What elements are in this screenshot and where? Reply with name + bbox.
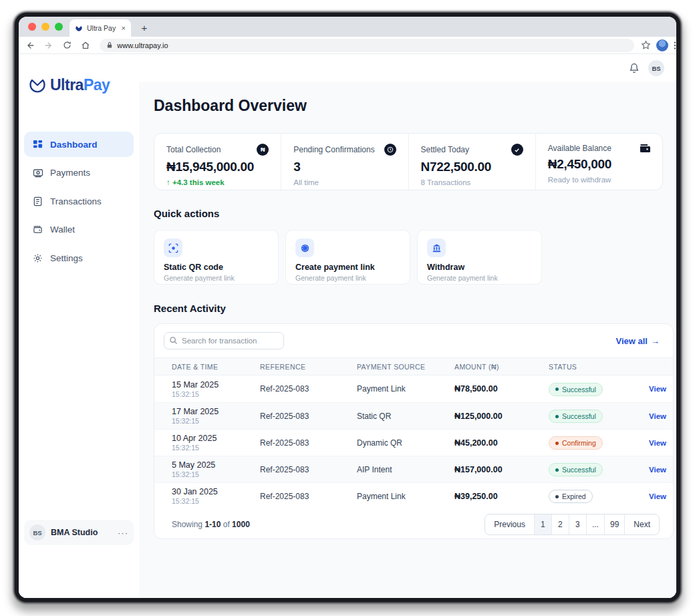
sidebar-item-wallet[interactable]: Wallet <box>24 217 134 243</box>
pagination-previous-button[interactable]: Previous <box>485 514 534 534</box>
table-header-row: DATE & TIME REFERENCE PAYMENT SOURCE AMO… <box>154 357 673 375</box>
tab-close-icon[interactable]: × <box>122 24 126 32</box>
cell-amount: ₦39,250.00 <box>454 492 549 501</box>
back-icon[interactable] <box>23 38 37 53</box>
cell-amount: ₦157,000.00 <box>454 465 549 474</box>
cell-source: Dynamic QR <box>357 438 454 448</box>
globe-link-icon <box>295 239 314 257</box>
browser-profile-avatar[interactable] <box>656 39 668 51</box>
workspace-avatar: BS <box>29 524 45 541</box>
brand-name: UltraPay <box>50 76 110 94</box>
col-header-source: PAYMENT SOURCE <box>357 363 454 371</box>
stat-sub: Ready to withdraw <box>548 176 650 184</box>
minimize-window-button[interactable] <box>41 23 49 31</box>
forward-icon[interactable] <box>41 38 56 53</box>
new-tab-button[interactable]: + <box>138 21 151 35</box>
stat-value: 3 <box>293 160 396 174</box>
table-footer: Showing 1-10 of 1000 Previous 1 2 3 ... … <box>154 509 673 539</box>
status-badge: Successful <box>549 463 603 476</box>
cell-reference: Ref-2025-083 <box>260 465 357 474</box>
cell-date: 17 Mar 2025 15:32:15 <box>172 407 260 425</box>
pagination-ellipsis[interactable]: ... <box>586 514 604 534</box>
browser-toolbar: www.ultrapay.io <box>19 37 676 54</box>
url-bar[interactable]: www.ultrapay.io <box>100 39 634 52</box>
tab-title: Ultra Pay <box>87 24 118 32</box>
view-all-link[interactable]: View all → <box>616 336 660 346</box>
pagination-next-button[interactable]: Next <box>624 514 659 534</box>
recent-activity-title: Recent Activity <box>154 303 226 314</box>
quick-action-static-qr[interactable]: Static QR code Generate payment link <box>154 230 279 285</box>
sidebar-item-label: Payments <box>50 168 90 178</box>
stat-value: N722,500.00 <box>421 160 523 174</box>
status-badge: Expired <box>549 490 593 503</box>
clock-circle-icon <box>384 144 396 156</box>
stat-settled-today: Settled Today N722,500.00 8 Transactions <box>408 134 535 190</box>
pagination: Previous 1 2 3 ... 99 Next <box>484 514 660 535</box>
cell-source: Payment Link <box>357 492 454 501</box>
home-icon[interactable] <box>78 38 93 53</box>
cell-date: 10 Apr 2025 15:32:15 <box>172 434 260 452</box>
stat-available-balance: Available Balance ₦2,450,000 Ready to wi… <box>535 134 662 190</box>
window-controls[interactable] <box>28 23 63 31</box>
browser-menu-icon[interactable] <box>674 41 676 50</box>
browser-tab[interactable]: Ultra Pay × <box>70 19 131 37</box>
cell-reference: Ref-2025-083 <box>260 384 357 394</box>
maximize-window-button[interactable] <box>55 23 63 31</box>
view-link[interactable]: View <box>649 385 674 393</box>
quick-action-subtitle: Generate payment link <box>427 274 532 282</box>
stat-sub: All time <box>293 178 396 186</box>
sidebar-item-label: Transactions <box>50 196 102 206</box>
quick-action-subtitle: Generate payment link <box>164 274 269 282</box>
sidebar: UltraPay Dashboard Payments <box>19 54 139 598</box>
pagination-page-99[interactable]: 99 <box>604 514 624 534</box>
cell-amount: ₦78,500.00 <box>454 384 549 394</box>
cell-reference: Ref-2025-083 <box>260 438 357 448</box>
ultrapay-logo-icon <box>28 75 47 94</box>
workspace-menu-icon[interactable]: ··· <box>118 528 128 538</box>
check-circle-icon <box>511 144 523 156</box>
quick-actions-title: Quick actions <box>154 208 219 219</box>
cell-source: Payment Link <box>357 384 454 394</box>
sidebar-item-transactions[interactable]: Transactions <box>24 188 134 214</box>
pagination-page-3[interactable]: 3 <box>569 514 586 534</box>
bookmark-star-icon[interactable] <box>641 40 651 50</box>
pagination-page-1[interactable]: 1 <box>534 514 551 534</box>
view-link[interactable]: View <box>649 466 674 474</box>
view-link[interactable]: View <box>649 439 674 447</box>
col-header-reference: REFERENCE <box>260 363 357 371</box>
pagination-page-2[interactable]: 2 <box>551 514 569 534</box>
cell-amount: ₦45,200.00 <box>454 438 549 448</box>
search-icon <box>169 336 178 345</box>
close-window-button[interactable] <box>28 23 36 31</box>
brand-logo: UltraPay <box>28 75 110 94</box>
table-row: 10 Apr 2025 15:32:15 Ref-2025-083 Dynami… <box>154 429 673 456</box>
workspace-switcher[interactable]: BS BMA Studio ··· <box>24 520 134 545</box>
table-row: 17 Mar 2025 15:32:15 Ref-2025-083 Static… <box>154 402 673 429</box>
user-avatar[interactable]: BS <box>648 60 664 76</box>
sidebar-item-payments[interactable]: Payments <box>24 160 134 186</box>
search-input[interactable] <box>164 332 284 349</box>
sidebar-item-label: Settings <box>50 253 83 263</box>
sidebar-item-settings[interactable]: Settings <box>24 245 134 271</box>
quick-action-subtitle: Generate payment link <box>295 274 400 282</box>
status-badge: Confirming <box>549 436 603 450</box>
view-link[interactable]: View <box>649 492 674 500</box>
quick-action-create-payment-link[interactable]: Create payment link Generate payment lin… <box>285 230 410 285</box>
page-title: Dashboard Overview <box>154 97 307 115</box>
browser-tabstrip: Ultra Pay × + <box>19 17 676 37</box>
notifications-bell-icon[interactable] <box>628 62 640 74</box>
stat-total-collection: Total Collection ₦ ₦15,945,000.00 ↑ +4.3… <box>154 134 281 190</box>
cell-reference: Ref-2025-083 <box>260 492 357 501</box>
naira-circle-icon: ₦ <box>257 144 269 156</box>
quick-action-withdraw[interactable]: Withdraw Generate payment link <box>417 230 542 285</box>
reload-icon[interactable] <box>60 38 75 53</box>
view-link[interactable]: View <box>649 412 674 420</box>
sidebar-item-dashboard[interactable]: Dashboard <box>24 132 134 157</box>
quick-action-title: Static QR code <box>164 263 269 272</box>
cell-source: Static QR <box>357 412 454 421</box>
col-header-date: DATE & TIME <box>172 363 260 371</box>
qr-scan-icon <box>164 239 182 257</box>
transactions-receipt-icon <box>32 196 43 207</box>
bank-icon <box>427 239 446 257</box>
status-badge: Successful <box>549 383 603 396</box>
